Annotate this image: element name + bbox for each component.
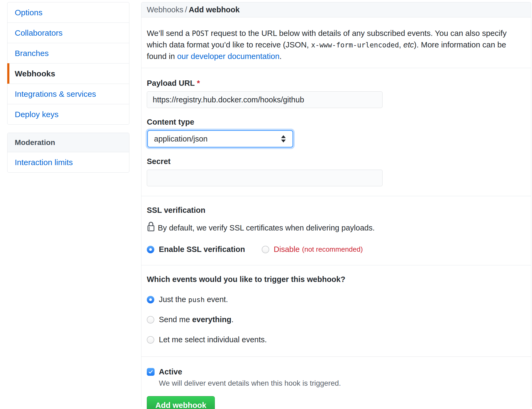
sidebar-item-integrations-services[interactable]: Integrations & services	[8, 84, 129, 104]
payload-url-label: Payload URL*	[147, 79, 526, 88]
required-asterisk: *	[197, 79, 200, 87]
active-description: We will deliver event details when this …	[159, 379, 526, 388]
event-label-text: event.	[205, 295, 228, 304]
breadcrumb-webhooks[interactable]: Webhooks	[147, 5, 183, 14]
disable-ssl-radio[interactable]	[262, 246, 269, 253]
event-label-text: Let me select individual events.	[159, 335, 267, 344]
lock-icon	[147, 221, 155, 234]
intro-etc: etc	[403, 40, 414, 49]
check-icon	[148, 369, 153, 374]
events-section-heading: Which events would you like to trigger t…	[147, 275, 526, 284]
add-webhook-button[interactable]: Add webhook	[147, 396, 215, 409]
active-checkbox[interactable]	[147, 368, 155, 376]
sidebar-item-collaborators[interactable]: Collaborators	[8, 23, 129, 43]
active-row: Active	[147, 367, 526, 376]
event-option-just-push: Just the push event.	[147, 295, 526, 304]
moderation-menu: Moderation Interaction limits	[7, 133, 129, 173]
everything-strong: everything	[192, 315, 231, 324]
event-option-everything: Send me everything.	[147, 315, 526, 324]
select-arrows-icon	[280, 135, 287, 143]
event-label-text: Just the	[159, 295, 188, 304]
secret-input[interactable]	[147, 170, 383, 186]
settings-sidebar: Options Collaborators Branches Webhooks …	[7, 2, 129, 173]
select-individual-label[interactable]: Let me select individual events.	[159, 335, 267, 344]
event-label-text: Send me	[159, 315, 192, 324]
developer-documentation-link[interactable]: our developer documentation	[177, 52, 279, 61]
ssl-verification-section: SSL verification By default, we verify S…	[141, 196, 531, 265]
intro-code-urlencoded: x-www-form-urlencoded	[311, 41, 399, 49]
ssl-section-heading: SSL verification	[147, 206, 526, 215]
enable-ssl-radio[interactable]	[147, 246, 154, 253]
sidebar-item-interaction-limits[interactable]: Interaction limits	[8, 152, 129, 172]
disable-ssl-label[interactable]: Disable	[274, 245, 300, 254]
event-option-individual: Let me select individual events.	[147, 335, 526, 344]
active-label[interactable]: Active	[159, 367, 182, 376]
secret-label: Secret	[147, 157, 526, 166]
sidebar-item-branches[interactable]: Branches	[8, 43, 129, 63]
payload-url-input[interactable]	[147, 91, 383, 108]
intro-text: We’ll send a	[147, 29, 192, 38]
trigger-events-section: Which events would you like to trigger t…	[141, 265, 531, 357]
push-code: push	[188, 296, 205, 304]
ssl-description: By default, we verify SSL certificates w…	[158, 224, 375, 232]
active-section: Active We will deliver event details whe…	[141, 357, 531, 409]
content-type-group: Content type application/json	[147, 118, 526, 147]
intro-code-post: POST	[192, 29, 209, 38]
payload-url-label-text: Payload URL	[147, 79, 195, 87]
sidebar-item-webhooks[interactable]: Webhooks	[8, 63, 129, 84]
breadcrumb: Webhooks/Add webhook	[141, 2, 531, 17]
page-title: Add webhook	[189, 5, 240, 14]
just-push-radio[interactable]	[147, 296, 154, 303]
disable-ssl-note: (not recommended)	[302, 245, 363, 254]
sidebar-item-options[interactable]: Options	[8, 2, 129, 23]
intro-paragraph: We’ll send a POST request to the URL bel…	[141, 17, 531, 68]
webhook-fields-section: Payload URL* Content type application/js…	[141, 68, 531, 196]
content-type-selected-value: application/json	[154, 135, 208, 143]
settings-menu: Options Collaborators Branches Webhooks …	[7, 2, 129, 125]
intro-text: .	[279, 52, 282, 61]
enable-ssl-label[interactable]: Enable SSL verification	[159, 245, 245, 254]
content-type-label: Content type	[147, 118, 526, 127]
content-type-select[interactable]: application/json	[147, 130, 293, 147]
moderation-heading: Moderation	[8, 133, 129, 152]
page: Options Collaborators Branches Webhooks …	[0, 0, 532, 407]
add-webhook-panel: Webhooks/Add webhook We’ll send a POST r…	[141, 2, 531, 407]
just-push-label[interactable]: Just the push event.	[159, 295, 228, 304]
payload-url-group: Payload URL*	[147, 79, 526, 108]
intro-text: ,	[399, 40, 403, 49]
event-label-text: .	[231, 315, 234, 324]
sidebar-item-deploy-keys[interactable]: Deploy keys	[8, 104, 129, 124]
send-everything-label[interactable]: Send me everything.	[159, 315, 234, 324]
ssl-radio-row: Enable SSL verification Disable (not rec…	[147, 245, 526, 254]
breadcrumb-separator: /	[185, 5, 187, 14]
send-everything-radio[interactable]	[147, 316, 154, 324]
select-individual-radio[interactable]	[147, 336, 154, 344]
ssl-description-row: By default, we verify SSL certificates w…	[147, 222, 526, 234]
secret-group: Secret	[147, 157, 526, 186]
